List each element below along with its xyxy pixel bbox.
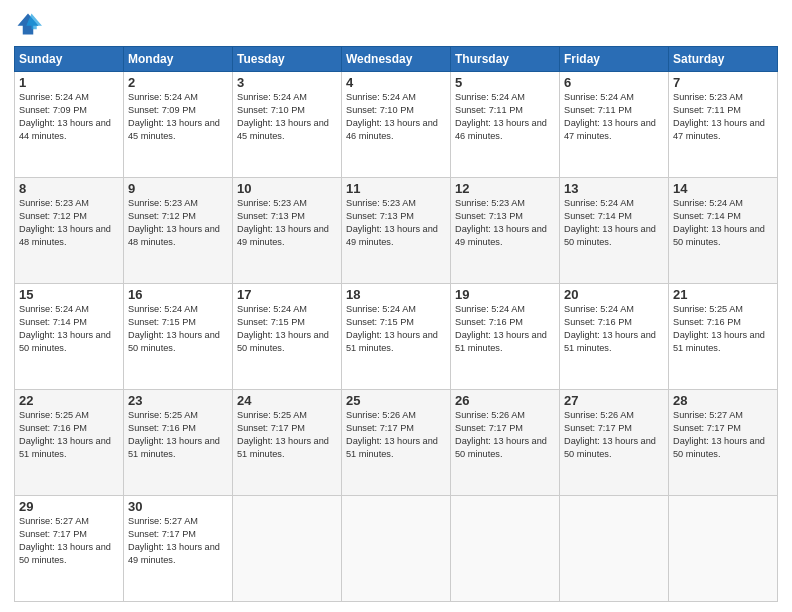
day-info: Sunrise: 5:23 AMSunset: 7:13 PMDaylight:… xyxy=(346,197,446,249)
calendar-week-row: 15Sunrise: 5:24 AMSunset: 7:14 PMDayligh… xyxy=(15,284,778,390)
day-info: Sunrise: 5:23 AMSunset: 7:13 PMDaylight:… xyxy=(237,197,337,249)
day-info: Sunrise: 5:24 AMSunset: 7:15 PMDaylight:… xyxy=(128,303,228,355)
calendar-week-row: 29Sunrise: 5:27 AMSunset: 7:17 PMDayligh… xyxy=(15,496,778,602)
day-number: 21 xyxy=(673,287,773,302)
day-number: 23 xyxy=(128,393,228,408)
weekday-header: Thursday xyxy=(451,47,560,72)
day-number: 22 xyxy=(19,393,119,408)
day-info: Sunrise: 5:24 AMSunset: 7:14 PMDaylight:… xyxy=(564,197,664,249)
day-info: Sunrise: 5:24 AMSunset: 7:16 PMDaylight:… xyxy=(455,303,555,355)
calendar-cell: 16Sunrise: 5:24 AMSunset: 7:15 PMDayligh… xyxy=(124,284,233,390)
day-number: 6 xyxy=(564,75,664,90)
day-number: 19 xyxy=(455,287,555,302)
day-number: 4 xyxy=(346,75,446,90)
calendar-cell: 13Sunrise: 5:24 AMSunset: 7:14 PMDayligh… xyxy=(560,178,669,284)
calendar-cell: 5Sunrise: 5:24 AMSunset: 7:11 PMDaylight… xyxy=(451,72,560,178)
day-info: Sunrise: 5:25 AMSunset: 7:16 PMDaylight:… xyxy=(19,409,119,461)
calendar-cell: 3Sunrise: 5:24 AMSunset: 7:10 PMDaylight… xyxy=(233,72,342,178)
logo-icon xyxy=(14,10,42,38)
logo xyxy=(14,10,46,38)
calendar-table: SundayMondayTuesdayWednesdayThursdayFrid… xyxy=(14,46,778,602)
day-number: 2 xyxy=(128,75,228,90)
day-number: 25 xyxy=(346,393,446,408)
calendar-cell xyxy=(342,496,451,602)
calendar-cell: 18Sunrise: 5:24 AMSunset: 7:15 PMDayligh… xyxy=(342,284,451,390)
day-number: 13 xyxy=(564,181,664,196)
calendar-cell: 29Sunrise: 5:27 AMSunset: 7:17 PMDayligh… xyxy=(15,496,124,602)
day-info: Sunrise: 5:24 AMSunset: 7:14 PMDaylight:… xyxy=(673,197,773,249)
calendar-cell: 6Sunrise: 5:24 AMSunset: 7:11 PMDaylight… xyxy=(560,72,669,178)
calendar-cell xyxy=(451,496,560,602)
weekday-header-row: SundayMondayTuesdayWednesdayThursdayFrid… xyxy=(15,47,778,72)
calendar-cell: 26Sunrise: 5:26 AMSunset: 7:17 PMDayligh… xyxy=(451,390,560,496)
calendar-cell: 17Sunrise: 5:24 AMSunset: 7:15 PMDayligh… xyxy=(233,284,342,390)
calendar-cell: 12Sunrise: 5:23 AMSunset: 7:13 PMDayligh… xyxy=(451,178,560,284)
day-number: 11 xyxy=(346,181,446,196)
day-number: 12 xyxy=(455,181,555,196)
day-number: 3 xyxy=(237,75,337,90)
calendar-cell: 11Sunrise: 5:23 AMSunset: 7:13 PMDayligh… xyxy=(342,178,451,284)
day-number: 7 xyxy=(673,75,773,90)
calendar-cell: 23Sunrise: 5:25 AMSunset: 7:16 PMDayligh… xyxy=(124,390,233,496)
weekday-header: Monday xyxy=(124,47,233,72)
day-info: Sunrise: 5:25 AMSunset: 7:16 PMDaylight:… xyxy=(128,409,228,461)
weekday-header: Tuesday xyxy=(233,47,342,72)
day-info: Sunrise: 5:27 AMSunset: 7:17 PMDaylight:… xyxy=(128,515,228,567)
weekday-header: Saturday xyxy=(669,47,778,72)
calendar-cell xyxy=(669,496,778,602)
day-number: 27 xyxy=(564,393,664,408)
calendar-cell: 28Sunrise: 5:27 AMSunset: 7:17 PMDayligh… xyxy=(669,390,778,496)
day-info: Sunrise: 5:24 AMSunset: 7:10 PMDaylight:… xyxy=(237,91,337,143)
day-info: Sunrise: 5:26 AMSunset: 7:17 PMDaylight:… xyxy=(564,409,664,461)
weekday-header: Sunday xyxy=(15,47,124,72)
day-info: Sunrise: 5:24 AMSunset: 7:10 PMDaylight:… xyxy=(346,91,446,143)
calendar-week-row: 22Sunrise: 5:25 AMSunset: 7:16 PMDayligh… xyxy=(15,390,778,496)
calendar-cell: 14Sunrise: 5:24 AMSunset: 7:14 PMDayligh… xyxy=(669,178,778,284)
calendar-cell: 21Sunrise: 5:25 AMSunset: 7:16 PMDayligh… xyxy=(669,284,778,390)
day-number: 26 xyxy=(455,393,555,408)
calendar-week-row: 8Sunrise: 5:23 AMSunset: 7:12 PMDaylight… xyxy=(15,178,778,284)
day-number: 17 xyxy=(237,287,337,302)
day-info: Sunrise: 5:25 AMSunset: 7:17 PMDaylight:… xyxy=(237,409,337,461)
day-info: Sunrise: 5:24 AMSunset: 7:15 PMDaylight:… xyxy=(346,303,446,355)
day-info: Sunrise: 5:25 AMSunset: 7:16 PMDaylight:… xyxy=(673,303,773,355)
day-number: 30 xyxy=(128,499,228,514)
calendar-cell: 2Sunrise: 5:24 AMSunset: 7:09 PMDaylight… xyxy=(124,72,233,178)
calendar-cell: 4Sunrise: 5:24 AMSunset: 7:10 PMDaylight… xyxy=(342,72,451,178)
day-info: Sunrise: 5:24 AMSunset: 7:09 PMDaylight:… xyxy=(19,91,119,143)
weekday-header: Friday xyxy=(560,47,669,72)
day-info: Sunrise: 5:27 AMSunset: 7:17 PMDaylight:… xyxy=(673,409,773,461)
calendar-cell: 1Sunrise: 5:24 AMSunset: 7:09 PMDaylight… xyxy=(15,72,124,178)
day-number: 18 xyxy=(346,287,446,302)
calendar-cell xyxy=(233,496,342,602)
day-number: 16 xyxy=(128,287,228,302)
calendar-cell: 22Sunrise: 5:25 AMSunset: 7:16 PMDayligh… xyxy=(15,390,124,496)
day-number: 29 xyxy=(19,499,119,514)
day-number: 8 xyxy=(19,181,119,196)
page: SundayMondayTuesdayWednesdayThursdayFrid… xyxy=(0,0,792,612)
day-info: Sunrise: 5:26 AMSunset: 7:17 PMDaylight:… xyxy=(455,409,555,461)
day-info: Sunrise: 5:24 AMSunset: 7:09 PMDaylight:… xyxy=(128,91,228,143)
day-number: 1 xyxy=(19,75,119,90)
day-number: 28 xyxy=(673,393,773,408)
calendar-cell: 25Sunrise: 5:26 AMSunset: 7:17 PMDayligh… xyxy=(342,390,451,496)
day-info: Sunrise: 5:24 AMSunset: 7:15 PMDaylight:… xyxy=(237,303,337,355)
day-info: Sunrise: 5:23 AMSunset: 7:11 PMDaylight:… xyxy=(673,91,773,143)
calendar-cell: 15Sunrise: 5:24 AMSunset: 7:14 PMDayligh… xyxy=(15,284,124,390)
day-info: Sunrise: 5:24 AMSunset: 7:14 PMDaylight:… xyxy=(19,303,119,355)
day-number: 24 xyxy=(237,393,337,408)
day-info: Sunrise: 5:23 AMSunset: 7:12 PMDaylight:… xyxy=(19,197,119,249)
weekday-header: Wednesday xyxy=(342,47,451,72)
day-number: 20 xyxy=(564,287,664,302)
day-info: Sunrise: 5:26 AMSunset: 7:17 PMDaylight:… xyxy=(346,409,446,461)
day-info: Sunrise: 5:23 AMSunset: 7:13 PMDaylight:… xyxy=(455,197,555,249)
day-info: Sunrise: 5:24 AMSunset: 7:11 PMDaylight:… xyxy=(455,91,555,143)
day-info: Sunrise: 5:23 AMSunset: 7:12 PMDaylight:… xyxy=(128,197,228,249)
day-info: Sunrise: 5:24 AMSunset: 7:11 PMDaylight:… xyxy=(564,91,664,143)
day-number: 5 xyxy=(455,75,555,90)
calendar-cell: 20Sunrise: 5:24 AMSunset: 7:16 PMDayligh… xyxy=(560,284,669,390)
calendar-cell: 8Sunrise: 5:23 AMSunset: 7:12 PMDaylight… xyxy=(15,178,124,284)
calendar-cell: 30Sunrise: 5:27 AMSunset: 7:17 PMDayligh… xyxy=(124,496,233,602)
calendar-cell: 24Sunrise: 5:25 AMSunset: 7:17 PMDayligh… xyxy=(233,390,342,496)
calendar-cell: 10Sunrise: 5:23 AMSunset: 7:13 PMDayligh… xyxy=(233,178,342,284)
